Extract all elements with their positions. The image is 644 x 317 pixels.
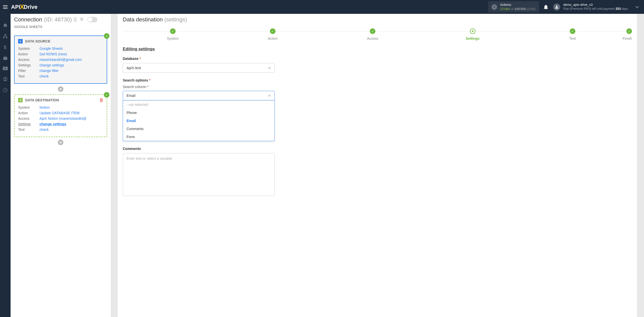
- sidebar: $ ?: [0, 14, 11, 317]
- check-icon: ✓: [104, 33, 109, 39]
- database-select[interactable]: ApiX-test: [123, 63, 275, 73]
- comments-input[interactable]: Enter text or select a variable: [123, 153, 275, 196]
- card-value[interactable]: Update DATABASE ITEM: [39, 111, 79, 115]
- svg-point-8: [5, 78, 6, 79]
- logo[interactable]: API X Drive: [11, 3, 37, 11]
- add-step-button[interactable]: [58, 140, 63, 145]
- check-link[interactable]: check: [39, 128, 49, 132]
- actions-total: 100'000: [514, 7, 526, 11]
- dropdown-option[interactable]: - not selected -: [123, 101, 274, 109]
- card-value[interactable]: Notion: [39, 105, 50, 109]
- card-title: DATA DESTINATION: [25, 98, 59, 102]
- sidebar-item-home[interactable]: [3, 23, 8, 27]
- card-row: Settingschange settings: [18, 63, 103, 67]
- bell-icon: [544, 5, 548, 10]
- card-value[interactable]: ApiX Notion (maverickandrii@: [39, 116, 87, 121]
- check-icon: ✓: [170, 28, 176, 34]
- sidebar-item-connections[interactable]: [3, 34, 8, 38]
- svg-text:$: $: [4, 45, 6, 50]
- card-row: SystemGoogle Sheets: [18, 47, 103, 51]
- check-icon: ✓: [270, 28, 275, 34]
- step-access[interactable]: ✓ Access: [323, 28, 423, 41]
- check-link[interactable]: check: [39, 74, 49, 78]
- step-system[interactable]: ✓ System: [123, 28, 223, 41]
- youtube-icon: [3, 67, 8, 70]
- card-row: Filterchange filter: [18, 69, 103, 73]
- user-name: demo_apix-drive_s3: [563, 3, 628, 7]
- card-value[interactable]: maverickandrii@gmail.com: [39, 58, 82, 62]
- connection-toggle[interactable]: [87, 17, 97, 22]
- panel-title: Data destination (settings): [118, 16, 637, 23]
- dropdown-option[interactable]: Phone: [123, 109, 274, 117]
- database-label: Database *: [123, 57, 632, 61]
- change-settings-link[interactable]: change settings: [39, 63, 64, 67]
- card-value[interactable]: Google Sheets: [39, 47, 63, 51]
- card-row: ActionUpdate DATABASE ITEM: [18, 111, 103, 115]
- actions-of: of: [511, 7, 513, 11]
- step-test[interactable]: ✓ Test: [522, 28, 622, 41]
- logo-drive: Drive: [24, 4, 37, 10]
- svg-text:?: ?: [5, 89, 6, 92]
- logo-x: X: [20, 3, 24, 11]
- sidebar-item-help[interactable]: ?: [3, 88, 8, 92]
- svg-point-0: [556, 6, 557, 7]
- user-menu-toggle[interactable]: [635, 6, 639, 8]
- card-title: DATA SOURCE: [25, 39, 50, 43]
- dollar-icon: $: [4, 45, 7, 50]
- connection-title: Connection: [14, 16, 42, 23]
- current-step-icon: [470, 28, 475, 34]
- sidebar-item-briefcase[interactable]: [3, 56, 8, 60]
- data-destination-card[interactable]: ✓ 2 DATA DESTINATION SystemNotion Action…: [14, 94, 107, 137]
- delete-button[interactable]: [100, 98, 103, 102]
- svg-rect-1: [5, 34, 6, 35]
- card-row: SystemNotion: [18, 105, 103, 109]
- card-row: ActionGet ROWS (new): [18, 52, 103, 56]
- change-filter-link[interactable]: change filter: [39, 69, 59, 73]
- section-title: Editing settings: [118, 47, 637, 52]
- user-avatar[interactable]: [553, 4, 560, 11]
- card-row: Settingschange settings: [18, 122, 103, 126]
- menu-toggle[interactable]: [0, 5, 11, 9]
- search-column-label: Search column *: [123, 85, 632, 89]
- briefcase-icon: [3, 56, 8, 60]
- step-finish[interactable]: ✓ Finish: [623, 28, 632, 41]
- logo-api: API: [11, 4, 20, 10]
- comments-label: Comments: [123, 147, 632, 151]
- card-value[interactable]: Get ROWS (new): [39, 52, 67, 56]
- user-info[interactable]: demo_apix-drive_s3 Plan |Premium PRO| le…: [563, 3, 628, 11]
- check-icon: ✓: [626, 28, 632, 34]
- copy-button[interactable]: [74, 18, 77, 22]
- source-type-label: GOOGLE SHEETS: [14, 25, 107, 31]
- data-source-card[interactable]: ✓ 1 DATA SOURCE SystemGoogle Sheets Acti…: [14, 35, 107, 84]
- search-options-label: Search options *: [123, 78, 632, 82]
- check-icon: ✓: [104, 92, 109, 98]
- dropdown-option[interactable]: Form: [123, 133, 274, 141]
- chevron-up-icon: [268, 95, 271, 97]
- step-action[interactable]: ✓ Action: [223, 28, 323, 41]
- plus-icon: [59, 141, 62, 144]
- user-icon: [3, 77, 8, 81]
- sidebar-item-youtube[interactable]: [3, 67, 8, 70]
- trash-icon: [100, 98, 103, 102]
- settings-button[interactable]: [79, 18, 83, 22]
- connection-id: (ID: 48730): [44, 16, 72, 23]
- sidebar-item-user[interactable]: [3, 77, 8, 81]
- svg-rect-2: [3, 37, 5, 38]
- info-icon: i: [492, 4, 497, 10]
- actions-info[interactable]: i Actions: 22'064 of 100'000 (22%): [488, 1, 539, 13]
- notifications-button[interactable]: [544, 5, 548, 10]
- person-icon: [555, 5, 559, 9]
- plus-icon: [59, 88, 62, 91]
- step-settings[interactable]: Settings: [423, 28, 522, 41]
- check-icon: ✓: [570, 28, 575, 34]
- sidebar-item-billing[interactable]: $: [4, 45, 7, 50]
- change-settings-link[interactable]: change settings: [39, 122, 66, 126]
- actions-label: Actions:: [500, 3, 536, 7]
- actions-used: 22'064: [500, 7, 510, 11]
- add-step-button[interactable]: [58, 86, 63, 92]
- dropdown-option[interactable]: Email: [123, 117, 274, 125]
- gear-icon: [79, 18, 83, 22]
- search-column-select[interactable]: Email: [123, 91, 275, 100]
- actions-pct: (22%): [527, 7, 536, 11]
- dropdown-option[interactable]: Comments: [123, 125, 274, 133]
